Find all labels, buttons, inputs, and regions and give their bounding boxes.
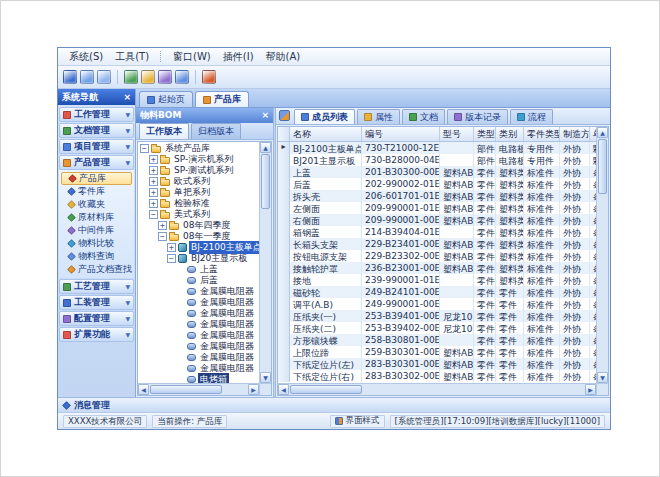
table-row[interactable]: 接触轮护罩236-B23001-00E塑料ABS零件塑料类标准件外协条	[278, 262, 596, 274]
menu-item-5[interactable]: 帮助(A)	[260, 49, 307, 65]
collapse-icon[interactable]: −	[140, 144, 149, 153]
table-row[interactable]: BJ201主显示板730-B28000-04E部件电路板专用件外协颗	[278, 154, 596, 166]
tree-vertical-scrollbar[interactable]: ▲ ▼	[259, 142, 271, 383]
table-row[interactable]: 下纸定位片(右)283-B30302-00E塑料ABS零件零件标准件外协条	[278, 370, 596, 382]
expand-icon[interactable]: +	[149, 199, 158, 208]
scrollbar-thumb[interactable]	[150, 385, 222, 394]
tab-workflow[interactable]: 流程	[510, 109, 553, 124]
navigation-icon[interactable]	[80, 70, 94, 84]
scrollbar-track[interactable]	[363, 384, 585, 395]
tab-start-page[interactable]: 起始页	[139, 91, 193, 107]
scrollbar-thumb[interactable]	[290, 385, 362, 394]
nav-item-product-library[interactable]: 产品库	[61, 172, 132, 185]
table-row[interactable]: ▸BJ-2100主板单点730-T21000-12E部件电路板专用件外协颗	[278, 142, 596, 154]
table-row[interactable]: 接地239-990001-01E零件塑料类标准件外协条	[278, 274, 596, 286]
column-header-2[interactable]: 编号	[362, 127, 440, 141]
search-icon[interactable]	[158, 70, 172, 84]
table-row[interactable]: 压纸夹(二)253-B39402-00E尼龙1010零件零件标准件外协条	[278, 322, 596, 334]
table-row[interactable]: 右侧面209-990001-00E塑料ABS零件塑料类标准件外协条	[278, 214, 596, 226]
scroll-left-icon[interactable]: ◀	[278, 384, 289, 395]
table-row[interactable]: 上盖201-B30300-00E塑料ABS零件塑料类标准件外协条	[278, 166, 596, 178]
table-row[interactable]: 箱钢盖214-B39404-01E零件塑料类标准件外协条	[278, 226, 596, 238]
scroll-down-icon[interactable]: ▼	[597, 372, 608, 383]
scrollbar-thumb[interactable]	[598, 139, 607, 194]
tab-archived-version[interactable]: 归档版本	[191, 123, 241, 139]
menu-item-1[interactable]: 系统(S)	[63, 49, 109, 65]
scroll-right-icon[interactable]: ▶	[248, 384, 259, 395]
message-panel-bar[interactable]: 消息管理	[58, 397, 610, 412]
nav-section-doc-mgmt[interactable]: 文档管理▼	[59, 123, 134, 138]
menu-item-3[interactable]: 窗口(W)	[167, 49, 217, 65]
table-row[interactable]: 磁砂轮249-B24101-00E零件零件标准件外协条	[278, 286, 596, 298]
tab-properties[interactable]: 属性	[357, 109, 400, 124]
tree-horizontal-scrollbar[interactable]: ◀ ▶	[138, 383, 259, 395]
nav-item-middleware-library[interactable]: 中间件库	[59, 224, 134, 237]
expand-icon[interactable]: +	[158, 221, 167, 230]
window-layout-icon[interactable]	[97, 70, 111, 84]
tab-working-version[interactable]: 工作版本	[139, 123, 189, 139]
nav-item-product-doc-search[interactable]: 产品文档查找	[59, 263, 134, 276]
column-header-6[interactable]: 零件类型	[524, 127, 560, 141]
tab-documents[interactable]: 文档	[402, 109, 445, 124]
exit-icon[interactable]	[202, 70, 216, 84]
table-row[interactable]: 上限位蹄259-B30301-00E塑料ABS零件零件标准件外协条	[278, 346, 596, 358]
nav-section-config-mgmt[interactable]: 配置管理▼	[59, 311, 134, 326]
table-row[interactable]: 后盖202-990002-01E塑料ABS零件塑料类标准件外协条	[278, 178, 596, 190]
table-horizontal-scrollbar[interactable]: ◀ ▶	[278, 383, 596, 395]
close-icon[interactable]: ×	[261, 111, 269, 120]
table-row[interactable]: 调平(A.B)249-990001-00E零件零件标准件外协条	[278, 298, 596, 310]
menu-item-4[interactable]: 插件(I)	[217, 49, 260, 65]
table-row[interactable]: 拆头壳206-601701-01E塑料ABS零件塑料类标准件外协条	[278, 190, 596, 202]
nav-item-parts-library[interactable]: 零件库	[59, 185, 134, 198]
scroll-up-icon[interactable]: ▲	[260, 142, 271, 153]
nav-item-material-query[interactable]: 物料查询	[59, 250, 134, 263]
table-row[interactable]: 方形镶块蝶258-B30801-00E零件零件标准件外协条	[278, 334, 596, 346]
expand-icon[interactable]: +	[167, 243, 176, 252]
column-header-1[interactable]: 名称	[290, 127, 362, 141]
nav-section-product-mgmt[interactable]: 产品管理▼	[59, 155, 134, 170]
tab-member-list[interactable]: 成员列表	[294, 109, 355, 124]
nav-section-extensions[interactable]: 扩展功能▼	[59, 327, 134, 342]
table-row[interactable]: 压纸夹(一)253-B39401-00E尼龙1010零件零件标准件外协条	[278, 310, 596, 322]
nav-item-favorites[interactable]: 收藏夹	[59, 198, 134, 211]
tab-version-history[interactable]: 版本记录	[447, 109, 508, 124]
scrollbar-track[interactable]	[597, 195, 608, 372]
collapse-icon[interactable]: −	[158, 232, 167, 241]
column-header-7[interactable]: 制造方式	[560, 127, 590, 141]
nav-item-material-compare[interactable]: 物料比较	[59, 237, 134, 250]
collapse-icon[interactable]: −	[149, 210, 158, 219]
column-header-4[interactable]: 类型	[474, 127, 496, 141]
menu-item-2[interactable]: 工具(T)	[109, 49, 155, 65]
ui-style-button[interactable]: 界面样式	[330, 415, 385, 428]
table-row[interactable]: 下纸定位片(左)283-B30301-00E塑料ABS零件零件标准件外协条	[278, 358, 596, 370]
grid-view-icon[interactable]	[279, 110, 290, 121]
scroll-left-icon[interactable]: ◀	[138, 384, 149, 395]
nav-section-process-mgmt[interactable]: 工艺管理▼	[59, 279, 134, 294]
close-icon[interactable]: ×	[123, 93, 131, 102]
nav-item-raw-materials[interactable]: 原材料库	[59, 211, 134, 224]
nav-section-project-mgmt[interactable]: 项目管理▼	[59, 139, 134, 154]
table-row[interactable]: 按钮电源支架229-B23302-00E塑料ABS零件塑料类标准件外协条	[278, 250, 596, 262]
help-icon[interactable]	[175, 70, 189, 84]
scroll-right-icon[interactable]: ▶	[585, 384, 596, 395]
home-icon[interactable]	[63, 70, 77, 84]
expand-icon[interactable]: +	[149, 166, 158, 175]
scroll-down-icon[interactable]: ▼	[260, 372, 271, 383]
tab-product-library[interactable]: 产品库	[195, 91, 249, 107]
mail-icon[interactable]	[141, 70, 155, 84]
table-row[interactable]: 长箱头支架229-B23401-00E塑料ABS零件塑料类标准件外协条	[278, 238, 596, 250]
scroll-up-icon[interactable]: ▲	[597, 127, 608, 138]
column-header-3[interactable]: 型号	[440, 127, 474, 141]
refresh-icon[interactable]	[124, 70, 138, 84]
scrollbar-track[interactable]	[260, 210, 271, 372]
nav-section-tooling-mgmt[interactable]: 工装管理▼	[59, 295, 134, 310]
column-header-5[interactable]: 类别	[496, 127, 524, 141]
nav-section-work-mgmt[interactable]: 工作管理▼	[59, 107, 134, 122]
scrollbar-thumb[interactable]	[261, 154, 270, 209]
expand-icon[interactable]: +	[149, 188, 158, 197]
collapse-icon[interactable]: −	[167, 254, 176, 263]
expand-icon[interactable]: +	[149, 155, 158, 164]
table-row[interactable]: 左侧面209-990001-01E塑料ABS零件塑料类标准件外协条	[278, 202, 596, 214]
table-vertical-scrollbar[interactable]: ▲ ▼	[596, 127, 608, 383]
scrollbar-track[interactable]	[223, 384, 248, 395]
